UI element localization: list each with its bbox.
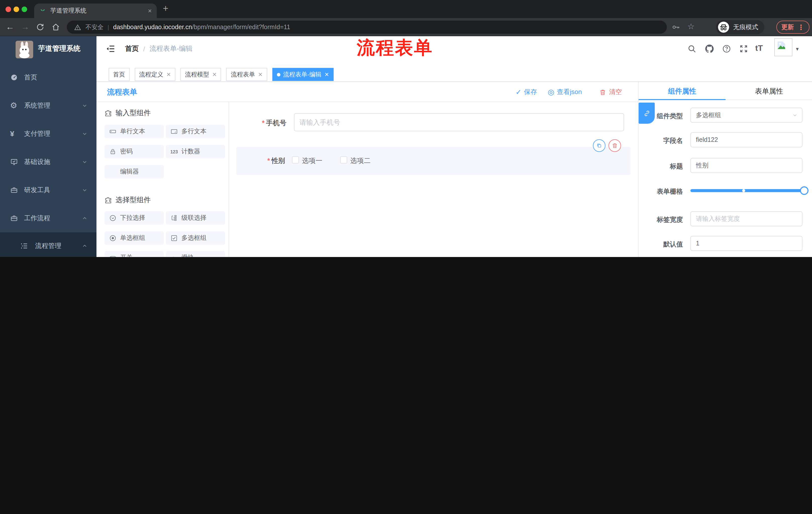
main-area: 首页 / 流程表单-编辑 流程表单 tT ▾ 首页 流程定义✕ 流程模型✕ 流程… (96, 36, 812, 257)
github-icon[interactable] (704, 44, 715, 54)
component-checkbox-group[interactable]: 多选框组 (166, 231, 225, 245)
browser-menu-dots-icon[interactable]: ⋮ (798, 23, 805, 31)
delete-component-button[interactable] (609, 139, 621, 152)
title-label: 标题 (639, 162, 683, 171)
component-label: 下拉选择 (120, 214, 145, 222)
sidebar-item-label: 研发工具 (24, 186, 50, 195)
tag-label: 流程模型 (185, 70, 209, 79)
form-designer: 流程表单 ✓ 保存 ◎ 查看json 清空 输入型组件 (96, 82, 812, 257)
label-width-label: 标签宽度 (639, 215, 683, 224)
gender-option1-label[interactable]: 选项一 (302, 156, 322, 165)
tag-process-model[interactable]: 流程模型✕ (180, 68, 221, 81)
fullscreen-icon[interactable] (739, 44, 748, 53)
label-width-input[interactable] (690, 211, 803, 226)
tab-component-props[interactable]: 组件属性 (639, 82, 726, 100)
clear-button[interactable]: 清空 (599, 82, 622, 102)
component-switch[interactable]: 开关 (105, 251, 164, 257)
field-name-input[interactable] (690, 132, 803, 147)
tab-close-icon[interactable]: × (148, 7, 152, 15)
password-key-icon[interactable] (671, 23, 680, 32)
component-slider[interactable]: 滑块 (166, 251, 225, 257)
properties-panel: 组件属性 表单属性 组件类型 字段名 标题 表单栅格 (638, 82, 812, 257)
chevron-down-icon (81, 159, 88, 165)
component-type-select[interactable] (690, 108, 803, 123)
address-bar[interactable]: 不安全 | dashboard.yudao.iocoder.cn/bpm/man… (67, 21, 667, 34)
sidebar-item-payment-management[interactable]: ¥ 支付管理 (0, 120, 96, 148)
tag-close-icon[interactable]: ✕ (212, 71, 216, 78)
reload-icon[interactable] (36, 23, 45, 32)
component-radio-group[interactable]: 单选框组 (105, 231, 164, 245)
sidebar-item-workflow[interactable]: 工作流程 (0, 204, 96, 232)
gender-option2-label[interactable]: 选项二 (350, 156, 371, 165)
avatar[interactable] (774, 38, 792, 56)
component-editor[interactable]: 编辑器 (105, 165, 164, 179)
section-input-components: 输入型组件 (104, 109, 151, 118)
sidebar-fold-icon[interactable] (106, 44, 116, 54)
designer-toolbar: 流程表单 ✓ 保存 ◎ 查看json 清空 (96, 82, 638, 102)
bookmark-star-icon[interactable]: ☆ (687, 22, 695, 31)
sidebar-item-infrastructure[interactable]: 基础设施 (0, 148, 96, 176)
forward-icon[interactable]: → (19, 18, 31, 36)
view-json-label: 查看json (557, 87, 582, 97)
breadcrumb-home[interactable]: 首页 (125, 44, 139, 53)
home-icon[interactable] (51, 23, 60, 32)
required-asterisk: * (262, 119, 265, 127)
tag-close-icon[interactable]: ✕ (258, 71, 263, 78)
view-json-button[interactable]: ◎ 查看json (548, 82, 582, 102)
tag-close-icon[interactable]: ✕ (166, 71, 171, 78)
active-tag-dot (277, 73, 280, 76)
select-dropdown-icon (109, 214, 117, 222)
sidebar-item-label: 首页 (24, 73, 37, 82)
traffic-minimize-button[interactable] (13, 6, 19, 12)
browser-tab[interactable]: 芋道管理系统 × (34, 3, 157, 18)
incognito-badge: 无痕模式 (716, 20, 764, 34)
tag-close-icon[interactable]: ✕ (324, 71, 329, 78)
form-grid-label: 表单栅格 (639, 187, 683, 196)
browser-update-button[interactable]: 更新 ⋮ (776, 21, 810, 34)
switch-icon (109, 254, 117, 257)
component-cascader[interactable]: 级联选择 (166, 211, 225, 225)
gender-option2-checkbox[interactable] (340, 156, 347, 163)
sidebar-item-system-management[interactable]: ⚙ 系统管理 (0, 91, 96, 120)
avatar-caret-down-icon[interactable]: ▾ (796, 46, 799, 52)
component-type-value[interactable] (690, 108, 803, 123)
counter-123-icon: 123 (170, 149, 178, 154)
sidebar-item-process-management[interactable]: 流程管理 (0, 233, 96, 257)
tag-process-form[interactable]: 流程表单✕ (226, 68, 267, 81)
chevron-down-icon (81, 102, 88, 109)
textarea-icon (170, 128, 178, 135)
component-multi-line-text[interactable]: 多行文本 (166, 125, 225, 138)
search-icon[interactable] (687, 44, 696, 53)
new-tab-button[interactable]: + (163, 3, 168, 14)
sidebar-item-home[interactable]: 首页 (0, 63, 96, 91)
chevron-up-icon (81, 215, 88, 221)
tag-process-definition[interactable]: 流程定义✕ (135, 68, 175, 81)
traffic-close-button[interactable] (5, 6, 11, 12)
back-icon[interactable]: ← (4, 18, 16, 36)
phone-input[interactable] (294, 113, 624, 131)
tab-form-props[interactable]: 表单属性 (726, 82, 812, 100)
slider-handle[interactable] (800, 186, 809, 195)
gender-option1-checkbox[interactable] (292, 156, 299, 163)
screen: 芋道管理系统 × + ← → 不安全 | dashboard.yudao.ioc… (0, 0, 812, 257)
tag-home[interactable]: 首页 (109, 68, 129, 81)
grid-slider[interactable] (690, 189, 804, 192)
sidebar-item-dev-tools[interactable]: 研发工具 (0, 176, 96, 204)
breadcrumb-current: 流程表单-编辑 (149, 44, 193, 53)
traffic-zoom-button[interactable] (22, 6, 27, 12)
copy-component-button[interactable] (593, 139, 606, 152)
component-counter[interactable]: 123计数器 (166, 145, 225, 158)
component-select[interactable]: 下拉选择 (105, 211, 164, 225)
url-host: dashboard.yudao.iocoder.cn (113, 24, 192, 31)
favicon-plant-icon (39, 7, 46, 14)
component-password[interactable]: 密码 (105, 145, 164, 158)
tag-process-form-edit[interactable]: 流程表单-编辑✕ (272, 68, 334, 81)
title-input[interactable] (690, 158, 803, 173)
help-question-icon[interactable] (722, 44, 731, 53)
chevron-down-icon (81, 131, 88, 137)
trash-icon (611, 142, 618, 149)
save-button[interactable]: ✓ 保存 (516, 82, 537, 102)
component-single-line-text[interactable]: 单行文本 (105, 125, 164, 138)
text-size-icon[interactable]: tT (755, 44, 763, 53)
default-value-input[interactable] (690, 236, 803, 251)
